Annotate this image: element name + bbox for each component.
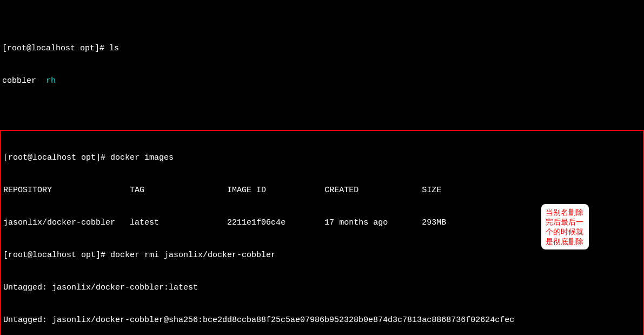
- output-line: Untagged: jasonlix/docker-cobbler@sha256…: [1, 315, 643, 326]
- cell-size: 293MB: [422, 218, 446, 227]
- cell-tag: latest: [130, 218, 159, 227]
- shell-prompt: [root@localhost opt]#: [3, 153, 110, 162]
- col-created: CREATED: [324, 186, 358, 195]
- ls-output: cobbler rh: [0, 76, 644, 87]
- highlight-box-1: [root@localhost opt]# docker images REPO…: [0, 130, 644, 335]
- cell-image-id: 2211e1f06c4e: [227, 218, 286, 227]
- command-text: docker images: [110, 153, 174, 162]
- col-image-id: IMAGE ID: [227, 186, 266, 195]
- output-line: Untagged: jasonlix/docker-cobbler:latest: [1, 283, 643, 293]
- shell-prompt: [root@localhost opt]#: [3, 251, 110, 260]
- col-tag: TAG: [130, 186, 144, 195]
- command-text: ls: [109, 44, 119, 53]
- terminal-window[interactable]: [root@localhost opt]# ls cobbler rh [roo…: [0, 0, 644, 335]
- ls-entry-rh: rh: [46, 76, 56, 86]
- prompt-line: [root@localhost opt]# docker rmi jasonli…: [1, 250, 643, 261]
- cell-created: 17 months ago: [324, 218, 388, 227]
- col-size: SIZE: [422, 186, 441, 195]
- prompt-line: [root@localhost opt]# ls: [0, 43, 644, 54]
- table-header: REPOSITORY TAG IMAGE ID CREATED SIZE: [1, 185, 643, 196]
- annotation-callout-1: 当别名删除完后最后一个的时候就是彻底删除: [541, 204, 589, 249]
- shell-prompt: [root@localhost opt]#: [2, 44, 109, 53]
- prompt-line: [root@localhost opt]# docker images: [1, 153, 643, 163]
- ls-entry-cobbler: cobbler: [2, 76, 36, 86]
- command-text: docker rmi jasonlix/docker-cobbler: [110, 251, 276, 260]
- col-repository: REPOSITORY: [3, 186, 52, 195]
- cell-repository: jasonlix/docker-cobbler: [3, 218, 115, 227]
